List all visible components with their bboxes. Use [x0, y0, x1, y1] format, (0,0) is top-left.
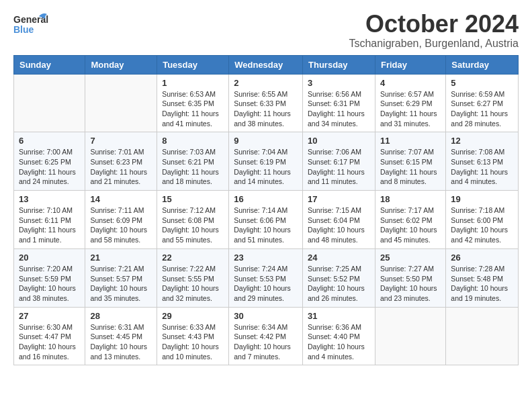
day-number: 1 [162, 78, 224, 88]
weekday-header-thursday: Thursday [303, 55, 375, 74]
day-number: 28 [90, 311, 152, 321]
header: General Blue October 2024 Tschanigraben,… [13, 11, 519, 50]
day-info: Sunrise: 7:14 AM Sunset: 6:06 PM Dayligh… [234, 205, 298, 245]
calendar-cell: 23 Sunrise: 7:24 AM Sunset: 5:53 PM Dayl… [229, 248, 303, 307]
day-number: 27 [19, 311, 80, 321]
weekday-header-tuesday: Tuesday [157, 55, 229, 74]
day-info: Sunrise: 7:22 AM Sunset: 5:55 PM Dayligh… [162, 264, 224, 304]
day-number: 21 [90, 253, 152, 263]
day-info: Sunrise: 6:36 AM Sunset: 4:40 PM Dayligh… [308, 322, 370, 362]
day-info: Sunrise: 7:15 AM Sunset: 6:04 PM Dayligh… [308, 205, 370, 245]
day-info: Sunrise: 7:21 AM Sunset: 5:57 PM Dayligh… [90, 264, 152, 304]
calendar-week-2: 6 Sunrise: 7:00 AM Sunset: 6:25 PM Dayli… [14, 132, 519, 191]
day-number: 15 [162, 194, 224, 204]
calendar-cell: 9 Sunrise: 7:04 AM Sunset: 6:19 PM Dayli… [229, 132, 303, 191]
day-info: Sunrise: 7:08 AM Sunset: 6:13 PM Dayligh… [451, 147, 513, 187]
day-info: Sunrise: 7:00 AM Sunset: 6:25 PM Dayligh… [19, 147, 80, 187]
day-number: 22 [162, 253, 224, 263]
calendar-cell [85, 74, 157, 132]
day-number: 3 [308, 78, 370, 88]
day-number: 25 [380, 253, 441, 263]
calendar-cell: 24 Sunrise: 7:25 AM Sunset: 5:52 PM Dayl… [303, 248, 375, 307]
day-info: Sunrise: 6:34 AM Sunset: 4:42 PM Dayligh… [234, 322, 298, 362]
day-number: 18 [380, 194, 441, 204]
day-info: Sunrise: 7:17 AM Sunset: 6:02 PM Dayligh… [380, 205, 441, 245]
calendar-cell: 11 Sunrise: 7:07 AM Sunset: 6:15 PM Dayl… [375, 132, 445, 191]
day-number: 16 [234, 194, 298, 204]
day-number: 31 [308, 311, 370, 321]
day-number: 30 [234, 311, 298, 321]
month-title: October 2024 [349, 11, 519, 38]
location-subtitle: Tschanigraben, Burgenland, Austria [349, 38, 519, 50]
day-number: 4 [380, 78, 441, 88]
day-info: Sunrise: 7:25 AM Sunset: 5:52 PM Dayligh… [308, 264, 370, 304]
calendar-cell: 18 Sunrise: 7:17 AM Sunset: 6:02 PM Dayl… [375, 191, 445, 249]
calendar-cell: 17 Sunrise: 7:15 AM Sunset: 6:04 PM Dayl… [303, 191, 375, 249]
calendar-cell: 5 Sunrise: 6:59 AM Sunset: 6:27 PM Dayli… [446, 74, 519, 132]
day-info: Sunrise: 6:59 AM Sunset: 6:27 PM Dayligh… [451, 89, 513, 129]
day-info: Sunrise: 6:53 AM Sunset: 6:35 PM Dayligh… [162, 89, 224, 129]
day-info: Sunrise: 7:07 AM Sunset: 6:15 PM Dayligh… [380, 147, 441, 187]
calendar-week-3: 13 Sunrise: 7:10 AM Sunset: 6:11 PM Dayl… [14, 191, 519, 249]
calendar-table: SundayMondayTuesdayWednesdayThursdayFrid… [13, 55, 519, 366]
calendar-cell: 16 Sunrise: 7:14 AM Sunset: 6:06 PM Dayl… [229, 191, 303, 249]
day-info: Sunrise: 6:33 AM Sunset: 4:43 PM Dayligh… [162, 322, 224, 362]
day-number: 9 [234, 136, 298, 146]
weekday-header-friday: Friday [375, 55, 445, 74]
day-number: 26 [451, 253, 513, 263]
calendar-cell: 21 Sunrise: 7:21 AM Sunset: 5:57 PM Dayl… [85, 248, 157, 307]
calendar-cell: 27 Sunrise: 6:30 AM Sunset: 4:47 PM Dayl… [14, 307, 85, 365]
calendar-week-4: 20 Sunrise: 7:20 AM Sunset: 5:59 PM Dayl… [14, 248, 519, 307]
day-info: Sunrise: 7:27 AM Sunset: 5:50 PM Dayligh… [380, 264, 441, 304]
logo-icon: General Blue [13, 11, 48, 40]
day-number: 24 [308, 253, 370, 263]
svg-text:Blue: Blue [13, 24, 34, 35]
day-info: Sunrise: 7:10 AM Sunset: 6:11 PM Dayligh… [19, 205, 80, 245]
day-number: 23 [234, 253, 298, 263]
calendar-cell: 1 Sunrise: 6:53 AM Sunset: 6:35 PM Dayli… [157, 74, 229, 132]
calendar-cell: 10 Sunrise: 7:06 AM Sunset: 6:17 PM Dayl… [303, 132, 375, 191]
day-info: Sunrise: 6:30 AM Sunset: 4:47 PM Dayligh… [19, 322, 80, 362]
day-number: 17 [308, 194, 370, 204]
calendar-cell: 6 Sunrise: 7:00 AM Sunset: 6:25 PM Dayli… [14, 132, 85, 191]
calendar-cell: 20 Sunrise: 7:20 AM Sunset: 5:59 PM Dayl… [14, 248, 85, 307]
calendar-cell [446, 307, 519, 365]
day-number: 5 [451, 78, 513, 88]
calendar-cell: 14 Sunrise: 7:11 AM Sunset: 6:09 PM Dayl… [85, 191, 157, 249]
calendar-week-5: 27 Sunrise: 6:30 AM Sunset: 4:47 PM Dayl… [14, 307, 519, 365]
day-info: Sunrise: 7:20 AM Sunset: 5:59 PM Dayligh… [19, 264, 80, 304]
day-info: Sunrise: 7:01 AM Sunset: 6:23 PM Dayligh… [90, 147, 152, 187]
day-info: Sunrise: 7:03 AM Sunset: 6:21 PM Dayligh… [162, 147, 224, 187]
day-number: 10 [308, 136, 370, 146]
day-number: 13 [19, 194, 80, 204]
weekday-header-row: SundayMondayTuesdayWednesdayThursdayFrid… [14, 55, 519, 74]
calendar-cell: 31 Sunrise: 6:36 AM Sunset: 4:40 PM Dayl… [303, 307, 375, 365]
calendar-week-1: 1 Sunrise: 6:53 AM Sunset: 6:35 PM Dayli… [14, 74, 519, 132]
calendar-cell: 2 Sunrise: 6:55 AM Sunset: 6:33 PM Dayli… [229, 74, 303, 132]
day-number: 19 [451, 194, 513, 204]
day-info: Sunrise: 6:56 AM Sunset: 6:31 PM Dayligh… [308, 89, 370, 129]
day-info: Sunrise: 7:24 AM Sunset: 5:53 PM Dayligh… [234, 264, 298, 304]
day-number: 20 [19, 253, 80, 263]
calendar-cell: 29 Sunrise: 6:33 AM Sunset: 4:43 PM Dayl… [157, 307, 229, 365]
weekday-header-sunday: Sunday [14, 55, 85, 74]
calendar-cell: 19 Sunrise: 7:18 AM Sunset: 6:00 PM Dayl… [446, 191, 519, 249]
title-area: October 2024 Tschanigraben, Burgenland, … [349, 11, 519, 50]
day-number: 29 [162, 311, 224, 321]
day-info: Sunrise: 6:31 AM Sunset: 4:45 PM Dayligh… [90, 322, 152, 362]
day-info: Sunrise: 7:04 AM Sunset: 6:19 PM Dayligh… [234, 147, 298, 187]
day-info: Sunrise: 7:18 AM Sunset: 6:00 PM Dayligh… [451, 205, 513, 245]
calendar-cell: 22 Sunrise: 7:22 AM Sunset: 5:55 PM Dayl… [157, 248, 229, 307]
day-number: 11 [380, 136, 441, 146]
day-number: 6 [19, 136, 80, 146]
day-info: Sunrise: 6:55 AM Sunset: 6:33 PM Dayligh… [234, 89, 298, 129]
day-info: Sunrise: 7:06 AM Sunset: 6:17 PM Dayligh… [308, 147, 370, 187]
day-number: 14 [90, 194, 152, 204]
day-number: 8 [162, 136, 224, 146]
calendar-cell: 8 Sunrise: 7:03 AM Sunset: 6:21 PM Dayli… [157, 132, 229, 191]
weekday-header-wednesday: Wednesday [229, 55, 303, 74]
day-info: Sunrise: 6:57 AM Sunset: 6:29 PM Dayligh… [380, 89, 441, 129]
weekday-header-saturday: Saturday [446, 55, 519, 74]
calendar-cell [375, 307, 445, 365]
calendar-page: General Blue October 2024 Tschanigraben,… [0, 0, 532, 376]
